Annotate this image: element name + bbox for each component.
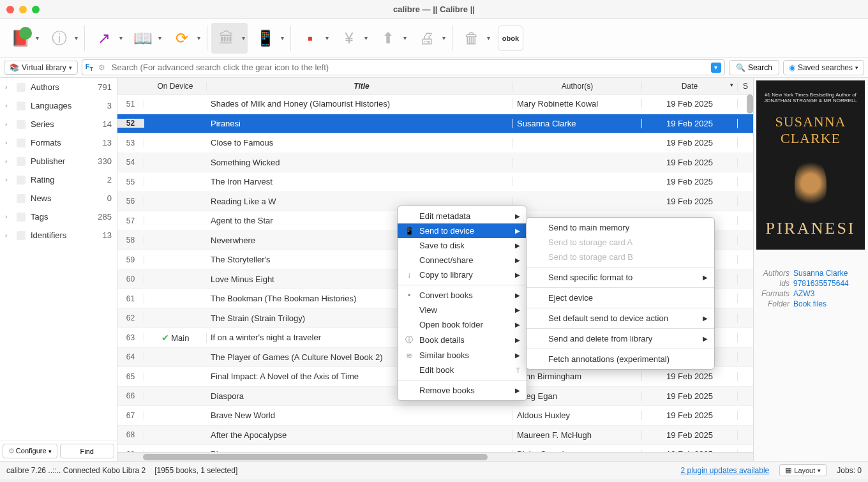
menu-item-send-to-main-memory[interactable]: Send to main memory <box>527 220 714 235</box>
col-on-device[interactable]: On Device <box>144 82 207 91</box>
statusbar: calibre 7.26 ..::.. Connected Kobo Libra… <box>0 461 868 479</box>
table-row[interactable]: 52PiranesiSusanna Clarke19 Feb 2025 <box>117 114 753 134</box>
horizontal-scrollbar-thumb[interactable] <box>143 454 488 460</box>
sidebar-item-news[interactable]: News0 <box>0 189 117 207</box>
layout-icon: ▦ <box>785 466 791 474</box>
table-row[interactable]: 68After the ApocalypseMaureen F. McHugh1… <box>117 426 753 446</box>
menu-item-book-details[interactable]: ⓘBook details▶ <box>398 332 527 348</box>
sidebar-item-publisher[interactable]: ›Publisher330 <box>0 152 117 170</box>
configure-button[interactable]: ⚙Configure ▾ <box>3 444 57 458</box>
table-row[interactable]: 54Something Wicked19 Feb 2025 <box>117 153 753 173</box>
sidebar-item-formats[interactable]: ›Formats13 <box>0 133 117 152</box>
edit-metadata-button[interactable]: ⓘ▾ <box>44 23 80 54</box>
search-icon: 🔍 <box>736 63 745 72</box>
submenu-arrow-icon: ▶ <box>515 227 520 234</box>
search-container: FT ⚙ ▾ <box>82 59 725 75</box>
device-button[interactable]: 📱▾ <box>250 23 287 54</box>
jobs-indicator[interactable]: Jobs: 0 <box>837 466 862 475</box>
store-button[interactable]: ▪▾ <box>295 23 331 54</box>
add-books-button[interactable]: 📕▾ <box>5 23 41 54</box>
horizontal-scrollbar-track[interactable] <box>117 452 753 461</box>
donate-button[interactable]: ¥▾ <box>334 23 370 54</box>
menu-item-open-book-folder[interactable]: Open book folder▶ <box>398 317 527 332</box>
sidebar-item-tags[interactable]: ›Tags285 <box>0 207 117 226</box>
detail-authors-link[interactable]: Susanna Clarke <box>793 269 865 278</box>
submenu-arrow-icon: ▶ <box>703 315 708 322</box>
search-dropdown-icon[interactable]: ▾ <box>711 63 721 73</box>
menu-item-send-specific-format-to[interactable]: Send specific format to▶ <box>527 270 714 285</box>
library-button[interactable]: 🏛▾ <box>211 23 248 54</box>
menu-item-similar-books[interactable]: ≋Similar books▶ <box>398 348 527 363</box>
obok-plugin-button[interactable]: obok <box>495 23 526 54</box>
menu-item-set-default-send-to-device-action[interactable]: Set default send to device action▶ <box>527 311 714 326</box>
menu-item-icon: ↓ <box>404 271 414 280</box>
category-icon <box>17 102 26 110</box>
menu-item-icon: • <box>404 291 414 300</box>
connect-share-button[interactable]: 🖨▾ <box>412 23 448 54</box>
sidebar-item-series[interactable]: ›Series14 <box>0 115 117 133</box>
menu-item-send-to-device[interactable]: 📱Send to device▶ <box>398 223 527 238</box>
menu-item-convert-books[interactable]: •Convert books▶ <box>398 288 527 303</box>
saved-searches-button[interactable]: ◉ Saved searches ▾ <box>783 60 864 75</box>
save-to-disk-button[interactable]: ⬆▾ <box>373 23 409 54</box>
fetch-news-button[interactable]: ⟳▾ <box>167 23 203 54</box>
submenu-arrow-icon: ▶ <box>515 213 520 220</box>
titlebar: calibre — || Calibre || <box>0 0 868 19</box>
col-authors[interactable]: Author(s) <box>513 82 642 91</box>
cover-figure-icon <box>795 158 827 209</box>
gear-icon: ⚙ <box>8 447 15 455</box>
sidebar-item-authors[interactable]: ›Authors791 <box>0 78 117 96</box>
minimize-window-button[interactable] <box>19 6 27 13</box>
sidebar-item-languages[interactable]: ›Languages3 <box>0 96 117 115</box>
submenu-arrow-icon: ▶ <box>703 335 708 342</box>
menu-item-fetch-annotations-experimental-[interactable]: Fetch annotations (experimental) <box>527 352 714 366</box>
search-button[interactable]: 🔍 Search <box>729 60 779 75</box>
menu-item-eject-device[interactable]: Eject device <box>527 290 714 305</box>
submenu-arrow-icon: ▶ <box>515 257 520 264</box>
vertical-scrollbar[interactable] <box>747 94 753 114</box>
close-window-button[interactable] <box>6 6 14 13</box>
sidebar-item-rating[interactable]: ›Rating2 <box>0 170 117 189</box>
detail-formats-link[interactable]: AZW3 <box>793 289 865 298</box>
status-version: calibre 7.26 ..::.. Connected Kobo Libra… <box>6 466 146 475</box>
menu-item-save-to-disk[interactable]: Save to disk▶ <box>398 238 527 253</box>
chevron-down-icon: ▾ <box>730 82 733 88</box>
submenu-arrow-icon: ▶ <box>515 321 520 328</box>
col-s[interactable]: S <box>738 82 753 91</box>
table-row[interactable]: 67Brave New WorldAldous Huxley19 Feb 202… <box>117 406 753 426</box>
submenu-arrow-icon: ▶ <box>515 271 520 278</box>
maximize-window-button[interactable] <box>32 6 40 13</box>
table-row[interactable]: 51Shades of Milk and Honey (Glamourist H… <box>117 94 753 114</box>
category-icon <box>17 120 26 129</box>
menu-item-edit-book[interactable]: Edit bookT <box>398 363 527 377</box>
sidebar-item-identifiers[interactable]: ›Identifiers13 <box>0 226 117 245</box>
category-icon <box>17 176 26 185</box>
menu-item-send-and-delete-from-library[interactable]: Send and delete from library▶ <box>527 331 714 346</box>
table-row[interactable]: 53Close to Famous19 Feb 2025 <box>117 133 753 153</box>
search-input[interactable] <box>82 59 725 75</box>
plugin-updates-link[interactable]: 2 plugin updates available <box>680 466 769 475</box>
fulltext-search-icon[interactable]: FT <box>86 63 93 72</box>
book-cover[interactable]: #1 New York Times Bestselling Author of … <box>756 80 865 250</box>
table-row[interactable]: 69PinesBlake Crouch19 Feb 2025 <box>117 445 753 452</box>
convert-books-button[interactable]: ↗▾ <box>89 23 125 54</box>
find-button[interactable]: Find <box>60 444 115 458</box>
menu-item-connect-share[interactable]: Connect/share▶ <box>398 253 527 267</box>
category-icon <box>17 231 26 240</box>
view-book-button[interactable]: 📖▾ <box>128 23 164 54</box>
col-date[interactable]: Date▾ <box>642 82 738 91</box>
col-title[interactable]: Title <box>207 82 513 91</box>
detail-ids-link[interactable]: 9781635575644 <box>793 279 865 288</box>
menu-item-edit-metadata[interactable]: Edit metadata▶ <box>398 209 527 223</box>
detail-folder-link[interactable]: Book files <box>793 299 865 308</box>
remove-books-button[interactable]: 🗑▾ <box>456 23 493 54</box>
layout-button[interactable]: ▦ Layout ▾ <box>779 464 827 476</box>
virtual-library-button[interactable]: 📚 Virtual library ▾ <box>4 61 78 75</box>
menu-item-view[interactable]: View▶ <box>398 303 527 317</box>
menu-item-copy-to-library[interactable]: ↓Copy to library▶ <box>398 267 527 282</box>
gear-icon[interactable]: ⚙ <box>98 63 105 72</box>
menu-item-remove-books[interactable]: Remove books▶ <box>398 383 527 398</box>
table-row[interactable]: 55The Iron Harvest19 Feb 2025 <box>117 172 753 192</box>
submenu-arrow-icon: ▶ <box>515 336 520 343</box>
chevron-down-icon: ▾ <box>855 64 858 71</box>
